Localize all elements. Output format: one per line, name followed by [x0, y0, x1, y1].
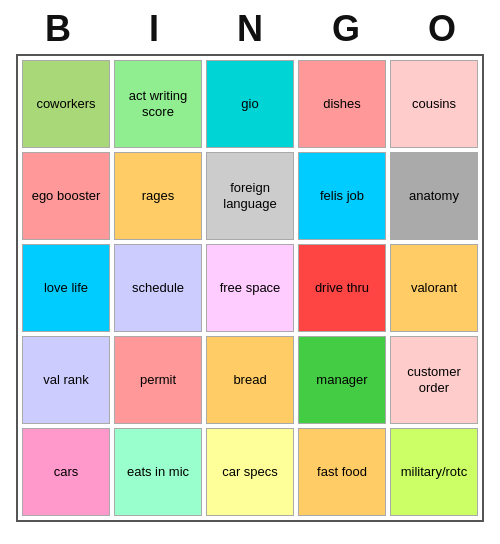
cell-text-16: permit: [140, 372, 176, 388]
bingo-cell-16[interactable]: permit: [114, 336, 202, 424]
bingo-cell-21[interactable]: eats in mic: [114, 428, 202, 516]
bingo-cell-11[interactable]: schedule: [114, 244, 202, 332]
bingo-cell-15[interactable]: val rank: [22, 336, 110, 424]
bingo-cell-12[interactable]: free space: [206, 244, 294, 332]
bingo-cell-3[interactable]: dishes: [298, 60, 386, 148]
bingo-cell-22[interactable]: car specs: [206, 428, 294, 516]
cell-text-1: act writing score: [119, 88, 197, 119]
header-letter-b: B: [14, 8, 102, 50]
cell-text-18: manager: [316, 372, 367, 388]
bingo-cell-19[interactable]: customer order: [390, 336, 478, 424]
bingo-cell-18[interactable]: manager: [298, 336, 386, 424]
bingo-cell-0[interactable]: coworkers: [22, 60, 110, 148]
cell-text-9: anatomy: [409, 188, 459, 204]
cell-text-5: ego booster: [32, 188, 101, 204]
header-letter-n: N: [206, 8, 294, 50]
cell-text-6: rages: [142, 188, 175, 204]
cell-text-13: drive thru: [315, 280, 369, 296]
bingo-cell-10[interactable]: love life: [22, 244, 110, 332]
bingo-cell-5[interactable]: ego booster: [22, 152, 110, 240]
bingo-cell-17[interactable]: bread: [206, 336, 294, 424]
bingo-cell-6[interactable]: rages: [114, 152, 202, 240]
bingo-cell-9[interactable]: anatomy: [390, 152, 478, 240]
cell-text-3: dishes: [323, 96, 361, 112]
cell-text-7: foreign language: [211, 180, 289, 211]
bingo-cell-1[interactable]: act writing score: [114, 60, 202, 148]
bingo-cell-23[interactable]: fast food: [298, 428, 386, 516]
cell-text-4: cousins: [412, 96, 456, 112]
bingo-cell-7[interactable]: foreign language: [206, 152, 294, 240]
bingo-cell-14[interactable]: valorant: [390, 244, 478, 332]
cell-text-8: felis job: [320, 188, 364, 204]
bingo-cell-13[interactable]: drive thru: [298, 244, 386, 332]
bingo-cell-8[interactable]: felis job: [298, 152, 386, 240]
cell-text-14: valorant: [411, 280, 457, 296]
cell-text-15: val rank: [43, 372, 89, 388]
cell-text-11: schedule: [132, 280, 184, 296]
cell-text-10: love life: [44, 280, 88, 296]
header-letter-i: I: [110, 8, 198, 50]
cell-text-20: cars: [54, 464, 79, 480]
bingo-cell-4[interactable]: cousins: [390, 60, 478, 148]
cell-text-17: bread: [233, 372, 266, 388]
header-letter-o: O: [398, 8, 486, 50]
bingo-header: BINGO: [10, 0, 490, 54]
cell-text-0: coworkers: [36, 96, 95, 112]
cell-text-21: eats in mic: [127, 464, 189, 480]
header-letter-g: G: [302, 8, 390, 50]
cell-text-24: military/rotc: [401, 464, 467, 480]
cell-text-23: fast food: [317, 464, 367, 480]
cell-text-12: free space: [220, 280, 281, 296]
cell-text-19: customer order: [395, 364, 473, 395]
bingo-cell-20[interactable]: cars: [22, 428, 110, 516]
bingo-cell-2[interactable]: gio: [206, 60, 294, 148]
bingo-grid: coworkersact writing scoregiodishescousi…: [16, 54, 484, 522]
cell-text-22: car specs: [222, 464, 278, 480]
bingo-cell-24[interactable]: military/rotc: [390, 428, 478, 516]
cell-text-2: gio: [241, 96, 258, 112]
